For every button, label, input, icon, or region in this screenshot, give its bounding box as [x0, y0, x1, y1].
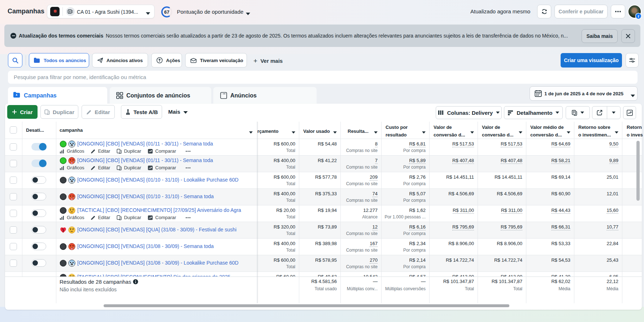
svg-text:67: 67 — [164, 9, 169, 15]
